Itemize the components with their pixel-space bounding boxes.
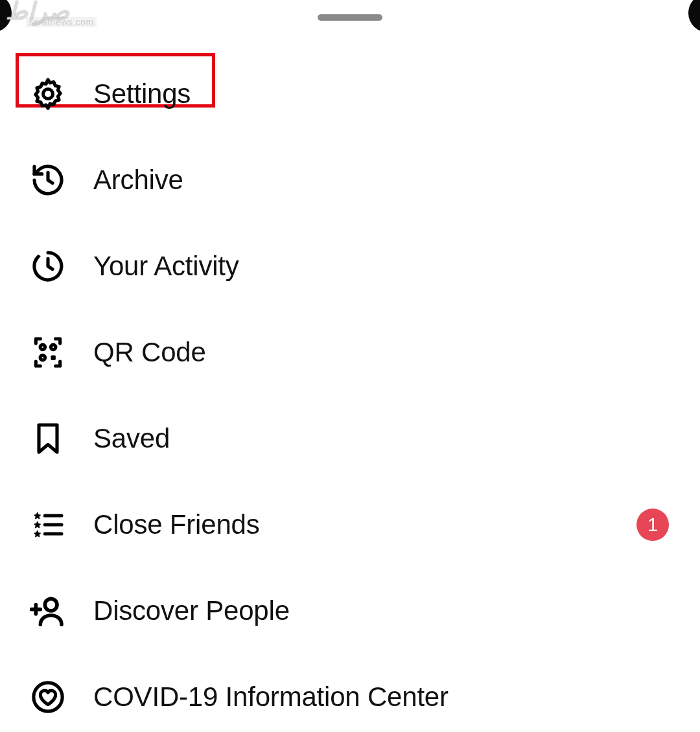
menu-label: Settings [93, 78, 191, 109]
menu-label: QR Code [93, 337, 206, 368]
star-list-icon [29, 505, 67, 544]
rounded-corner-right [688, 0, 700, 32]
menu-item-close-friends[interactable]: Close Friends 1 [0, 481, 700, 567]
clock-dotted-icon [29, 247, 67, 286]
menu-item-qrcode[interactable]: QR Code [0, 309, 700, 395]
svg-marker-10 [34, 531, 40, 536]
qr-code-icon [29, 333, 67, 372]
add-person-icon [29, 591, 67, 630]
menu-item-settings[interactable]: Settings [0, 51, 700, 137]
history-icon [29, 161, 67, 200]
menu-label: Your Activity [93, 251, 239, 282]
svg-point-3 [39, 255, 41, 257]
menu-item-saved[interactable]: Saved [0, 395, 700, 481]
menu-label: Saved [93, 423, 170, 454]
svg-rect-7 [51, 355, 55, 360]
heart-circle-icon [29, 678, 67, 716]
svg-point-2 [34, 264, 36, 266]
menu-item-activity[interactable]: Your Activity [0, 223, 700, 309]
gear-icon [29, 74, 67, 113]
sheet-drag-handle[interactable] [318, 14, 382, 21]
svg-point-14 [45, 599, 57, 611]
svg-point-4 [40, 345, 45, 349]
menu-label: Archive [93, 165, 183, 196]
menu-label: Close Friends [93, 509, 260, 540]
menu-item-covid[interactable]: COVID-19 Information Center [0, 654, 700, 732]
menu-label: Discover People [93, 595, 290, 626]
menu-item-archive[interactable]: Archive [0, 137, 700, 223]
svg-point-1 [36, 259, 38, 261]
menu-item-discover[interactable]: Discover People [0, 567, 700, 654]
menu-label: COVID-19 Information Center [93, 681, 449, 713]
svg-marker-9 [34, 521, 40, 527]
svg-marker-8 [34, 512, 40, 518]
watermark-text: seratnews.com [26, 17, 97, 27]
svg-point-0 [43, 89, 53, 98]
bookmark-icon [29, 419, 67, 458]
menu-list: Settings Archive Your Activity [0, 51, 700, 732]
svg-point-5 [51, 345, 55, 349]
svg-point-6 [40, 355, 45, 360]
svg-point-17 [34, 682, 62, 711]
notification-badge: 1 [636, 509, 669, 541]
